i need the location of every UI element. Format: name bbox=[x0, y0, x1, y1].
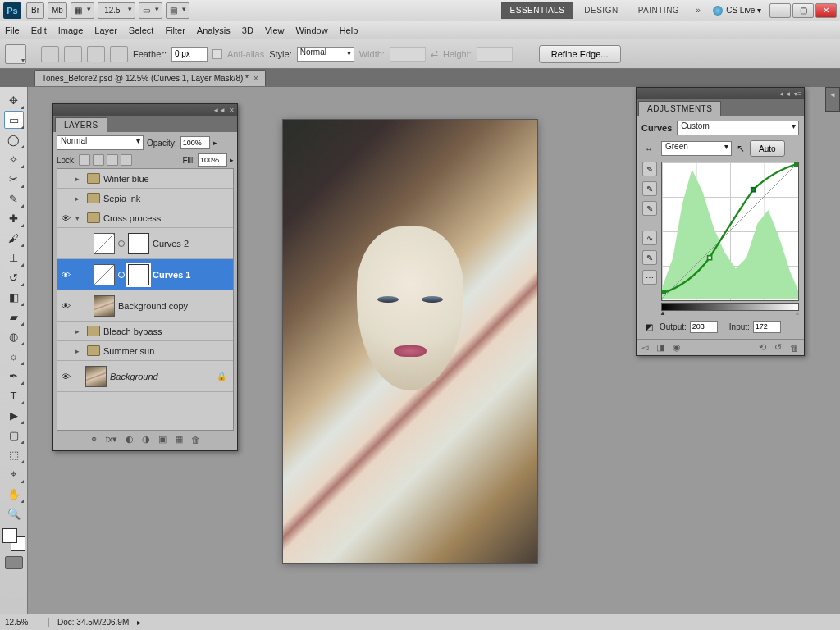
workspace-essentials[interactable]: ESSENTIALS bbox=[501, 2, 574, 19]
eyedropper-white-icon[interactable]: ✎ bbox=[642, 201, 657, 216]
cslive-menu[interactable]: CS Live ▾ bbox=[713, 6, 761, 16]
stamp-tool[interactable]: ⊥ bbox=[4, 249, 24, 267]
bridge-button[interactable]: Br bbox=[26, 2, 44, 19]
layers-panel-head[interactable]: ◄◄✕ bbox=[53, 104, 237, 116]
status-arrow-icon[interactable]: ▸ bbox=[137, 618, 141, 627]
layer-name[interactable]: Curves 2 bbox=[153, 239, 189, 249]
path-select-tool[interactable]: ▶ bbox=[4, 406, 24, 424]
output-input[interactable] bbox=[690, 321, 718, 333]
visibility-toggle[interactable]: 👁 bbox=[59, 372, 72, 381]
input-input[interactable] bbox=[753, 321, 781, 333]
zoom-tool[interactable]: 🔍 bbox=[4, 504, 24, 523]
trash-icon[interactable]: 🗑 bbox=[790, 343, 799, 353]
zoom-level-dropdown[interactable]: 12.5 bbox=[98, 2, 135, 19]
window-close[interactable]: ✕ bbox=[815, 3, 837, 18]
menu-edit[interactable]: Edit bbox=[31, 25, 47, 35]
selection-add[interactable] bbox=[64, 46, 82, 62]
layer-name[interactable]: Background bbox=[110, 372, 158, 381]
menu-help[interactable]: Help bbox=[340, 25, 358, 35]
layer-row[interactable]: ▸Sepia ink bbox=[57, 189, 233, 208]
marquee-tool[interactable]: ▭ bbox=[4, 111, 24, 129]
lasso-tool[interactable]: ◯ bbox=[4, 130, 24, 148]
layer-row[interactable]: 👁▾Cross process bbox=[57, 208, 233, 228]
close-panel-icon[interactable]: ✕ bbox=[229, 107, 235, 114]
adjustment-icon[interactable]: ◑ bbox=[142, 434, 150, 445]
layer-name[interactable]: Background copy bbox=[118, 301, 188, 311]
mask-icon[interactable]: ◐ bbox=[126, 434, 134, 445]
lock-pos-icon[interactable] bbox=[107, 154, 118, 166]
menu-3d[interactable]: 3D bbox=[242, 25, 253, 35]
3d-camera-tool[interactable]: ⌖ bbox=[4, 465, 24, 483]
disclosure-icon[interactable]: ▸ bbox=[75, 327, 84, 336]
selection-new[interactable] bbox=[41, 46, 59, 62]
fill-arrow-icon[interactable]: ▸ bbox=[230, 156, 234, 164]
layer-list[interactable]: ▸Winter blue ▸Sepia ink 👁▾Cross process … bbox=[57, 168, 234, 431]
disclosure-icon[interactable]: ▸ bbox=[75, 194, 84, 203]
adjustments-panel-head[interactable]: ◄◄▾≡ bbox=[637, 88, 804, 99]
gradient-tool[interactable]: ▰ bbox=[4, 308, 24, 326]
layer-name[interactable]: Bleach bypass bbox=[103, 326, 162, 336]
selection-intersect[interactable] bbox=[110, 46, 128, 62]
curve-point-tool-icon[interactable]: ∿ bbox=[642, 231, 657, 245]
eraser-tool[interactable]: ◧ bbox=[4, 288, 24, 306]
blur-tool[interactable]: ◍ bbox=[4, 327, 24, 345]
brush-tool[interactable]: 🖌 bbox=[4, 229, 24, 247]
curves-graph[interactable] bbox=[661, 162, 799, 301]
layers-tab[interactable]: LAYERS bbox=[55, 117, 107, 132]
close-tab-icon[interactable]: × bbox=[253, 74, 258, 83]
feather-input[interactable] bbox=[171, 47, 208, 62]
menu-file[interactable]: File bbox=[5, 25, 20, 35]
fill-input[interactable] bbox=[198, 153, 227, 167]
arrange-docs-dropdown[interactable]: ▦ bbox=[71, 2, 94, 19]
new-layer-icon[interactable]: ▦ bbox=[175, 434, 183, 445]
lock-trans-icon[interactable] bbox=[79, 154, 90, 166]
auto-button[interactable]: Auto bbox=[750, 140, 785, 157]
color-swatches[interactable] bbox=[2, 528, 25, 551]
lock-pixels-icon[interactable] bbox=[93, 154, 104, 166]
fx-icon[interactable]: fx▾ bbox=[106, 434, 118, 445]
eyedropper-gray-icon[interactable]: ✎ bbox=[642, 181, 657, 196]
layer-row[interactable]: ▸Winter blue bbox=[57, 169, 233, 189]
layer-row-selected[interactable]: 👁Curves 1 bbox=[57, 259, 233, 290]
layer-name[interactable]: Sepia ink bbox=[103, 194, 140, 203]
clip-icon[interactable]: ◨ bbox=[656, 342, 664, 353]
type-tool[interactable]: T bbox=[4, 386, 24, 404]
panel-menu-icon[interactable]: ▾≡ bbox=[794, 90, 801, 98]
group-icon[interactable]: ▣ bbox=[158, 434, 167, 445]
collapse-icon[interactable]: ◄◄ bbox=[778, 90, 791, 98]
reset-icon[interactable]: ↺ bbox=[774, 342, 782, 353]
workspace-painting[interactable]: PAINTING bbox=[629, 2, 688, 19]
back-icon[interactable]: ◅ bbox=[641, 342, 648, 353]
disclosure-icon[interactable]: ▸ bbox=[75, 347, 84, 355]
menu-filter[interactable]: Filter bbox=[165, 25, 185, 35]
selection-subtract[interactable] bbox=[87, 46, 105, 62]
menu-view[interactable]: View bbox=[265, 25, 285, 35]
workspace-more[interactable]: » bbox=[690, 2, 706, 19]
opacity-arrow-icon[interactable]: ▸ bbox=[213, 139, 217, 147]
adjustments-tab[interactable]: ADJUSTMENTS bbox=[638, 101, 721, 116]
panel-dock-collapse[interactable] bbox=[825, 87, 840, 112]
style-select[interactable]: Normal bbox=[297, 47, 354, 62]
hand-tool[interactable]: ✋ bbox=[4, 485, 24, 503]
crop-tool[interactable]: ✂ bbox=[4, 170, 24, 188]
disclosure-icon[interactable]: ▾ bbox=[75, 214, 84, 222]
blend-mode-select[interactable]: Normal bbox=[57, 135, 144, 150]
view-icon[interactable]: ◉ bbox=[673, 342, 681, 353]
layer-name[interactable]: Cross process bbox=[103, 213, 161, 223]
layer-row[interactable]: ▸Summer sun bbox=[57, 341, 233, 361]
eyedropper-black-icon[interactable]: ✎ bbox=[642, 162, 657, 176]
layer-row[interactable]: 👁Background copy bbox=[57, 290, 233, 322]
layer-row[interactable]: ▸Bleach bypass bbox=[57, 322, 233, 341]
curve-options-icon[interactable]: ⋯ bbox=[642, 270, 657, 285]
document-tab[interactable]: Tones_Before2.psd @ 12.5% (Curves 1, Lay… bbox=[34, 70, 266, 86]
visibility-toggle[interactable]: 👁 bbox=[59, 301, 72, 311]
dodge-tool[interactable]: ☼ bbox=[4, 347, 24, 365]
status-doc-info[interactable]: Doc: 34.5M/206.9M bbox=[57, 618, 129, 627]
move-tool[interactable]: ✥ bbox=[4, 91, 24, 109]
opacity-input[interactable] bbox=[180, 136, 210, 149]
3d-tool[interactable]: ⬚ bbox=[4, 445, 24, 463]
menu-select[interactable]: Select bbox=[129, 25, 154, 35]
screen-mode-dropdown[interactable]: ▭ bbox=[139, 2, 162, 19]
eyedropper-tool[interactable]: ✎ bbox=[4, 189, 24, 208]
history-brush-tool[interactable]: ↺ bbox=[4, 268, 24, 286]
